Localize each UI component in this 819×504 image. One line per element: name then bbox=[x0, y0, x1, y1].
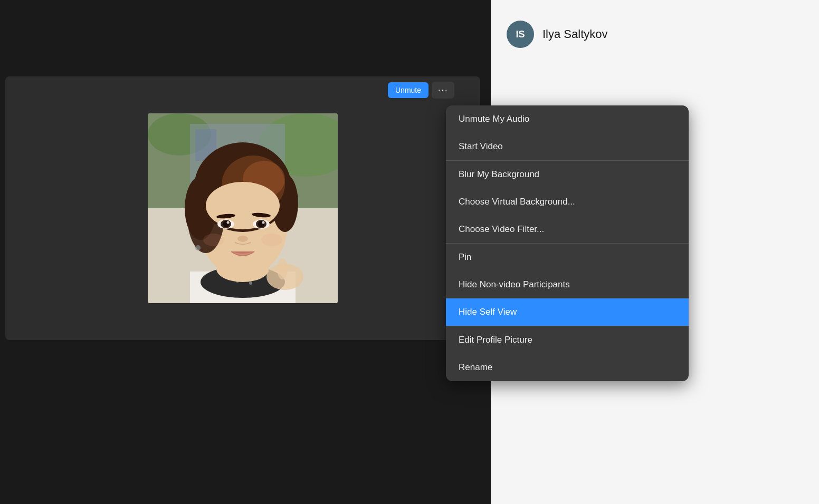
participant-tile bbox=[5, 76, 480, 340]
more-options-button[interactable]: ··· bbox=[432, 82, 454, 99]
svg-point-30 bbox=[237, 236, 248, 242]
menu-item-pin[interactable]: Pin bbox=[446, 244, 689, 271]
participant-photo bbox=[148, 113, 338, 303]
svg-point-36 bbox=[195, 245, 201, 250]
menu-item-video-filter[interactable]: Choose Video Filter... bbox=[446, 216, 689, 243]
menu-item-edit-profile-picture[interactable]: Edit Profile Picture bbox=[446, 326, 689, 354]
tile-controls: Unmute ··· bbox=[388, 82, 454, 99]
svg-point-29 bbox=[262, 221, 265, 224]
menu-section-3: Edit Profile PictureRename bbox=[446, 326, 689, 381]
svg-point-28 bbox=[227, 221, 230, 224]
menu-item-hide-self-view[interactable]: Hide Self View bbox=[446, 298, 689, 326]
avatar: IS bbox=[507, 21, 534, 48]
svg-point-32 bbox=[261, 234, 282, 246]
user-name: Ilya Saltykov bbox=[542, 27, 608, 41]
menu-item-rename[interactable]: Rename bbox=[446, 354, 689, 381]
menu-item-start-video[interactable]: Start Video bbox=[446, 133, 689, 160]
menu-section-2: PinHide Non-video ParticipantsHide Self … bbox=[446, 244, 689, 326]
menu-item-virtual-background[interactable]: Choose Virtual Background... bbox=[446, 188, 689, 216]
menu-item-blur-background[interactable]: Blur My Background bbox=[446, 161, 689, 188]
user-header: IS Ilya Saltykov bbox=[491, 0, 819, 69]
menu-section-0: Unmute My AudioStart Video bbox=[446, 105, 689, 161]
unmute-button[interactable]: Unmute bbox=[388, 82, 428, 98]
svg-point-31 bbox=[203, 234, 224, 246]
context-menu: Unmute My AudioStart VideoBlur My Backgr… bbox=[446, 105, 689, 381]
svg-point-35 bbox=[277, 258, 288, 279]
menu-item-hide-non-video[interactable]: Hide Non-video Participants bbox=[446, 271, 689, 298]
menu-section-1: Blur My BackgroundChoose Virtual Backgro… bbox=[446, 161, 689, 244]
menu-item-unmute-audio[interactable]: Unmute My Audio bbox=[446, 105, 689, 133]
svg-point-33 bbox=[216, 256, 269, 282]
svg-point-10 bbox=[249, 282, 252, 285]
